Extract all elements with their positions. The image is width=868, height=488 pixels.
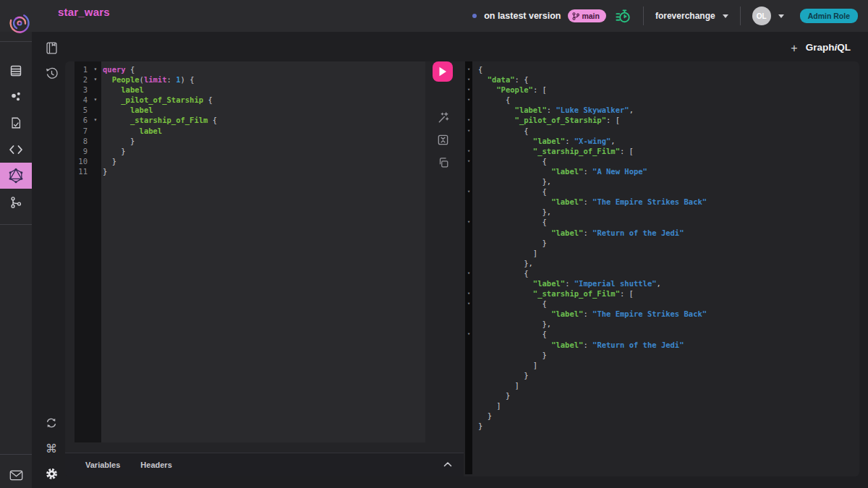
code-line: 2▾ People(limit: 1) { xyxy=(75,74,425,85)
graphql-icon xyxy=(8,168,24,184)
add-tab-button[interactable]: + xyxy=(787,41,801,56)
fold-toggle-icon[interactable]: ▾ xyxy=(90,64,101,74)
code-line: } xyxy=(465,421,859,431)
fold-spacer xyxy=(465,166,472,176)
chevron-up-icon xyxy=(443,461,452,467)
plus-icon: + xyxy=(791,42,797,55)
branch-badge: main xyxy=(568,9,606,22)
graphiql-session: 1▾query {2▾ People(limit: 1) {3 label4▾ … xyxy=(65,61,859,476)
app-header: star_wars on lastest version main xyxy=(0,0,868,32)
code-line: ▾ { xyxy=(465,95,859,105)
code-line: 8 } xyxy=(75,136,425,146)
sidebar-item-tables[interactable] xyxy=(0,58,32,84)
sidebar-divider xyxy=(0,224,32,225)
fold-toggle-icon[interactable]: ▾ xyxy=(465,268,472,278)
fold-toggle-icon[interactable]: ▾ xyxy=(465,217,472,227)
fold-toggle-icon[interactable]: ▾ xyxy=(465,64,472,74)
fold-spacer xyxy=(90,126,101,136)
fold-toggle-icon[interactable]: ▾ xyxy=(90,95,101,105)
shortcuts-button[interactable]: ⌘ xyxy=(41,438,61,458)
sidebar-item-branches[interactable] xyxy=(0,189,32,215)
git-branch-icon xyxy=(572,12,579,20)
docs-button[interactable] xyxy=(41,38,61,58)
fold-toggle-icon[interactable]: ▾ xyxy=(465,146,472,156)
code-line: ▾ { xyxy=(465,187,859,197)
refresh-schema-button[interactable] xyxy=(41,413,61,433)
avatar-caret-down-icon[interactable] xyxy=(778,14,784,18)
code-line: "label": "A New Hope" xyxy=(465,166,859,176)
code-line: "label": "Luke Skywalker", xyxy=(465,105,859,115)
code-line: 6▾ _starship_of_Film { xyxy=(75,115,425,125)
branch-badge-label: main xyxy=(582,12,600,20)
fold-toggle-icon[interactable]: ▾ xyxy=(90,115,101,125)
graphiql-logo: GraphiQL xyxy=(806,42,851,53)
code-line: ▾{ xyxy=(465,64,859,74)
fold-spacer xyxy=(465,238,472,248)
code-line: "label": "The Empire Strikes Back" xyxy=(465,197,859,207)
relations-icon xyxy=(9,90,22,103)
version-status-text: on lastest version xyxy=(484,11,561,21)
fold-toggle-icon[interactable]: ▾ xyxy=(465,299,472,309)
docs-book-icon xyxy=(45,41,59,55)
fold-spacer xyxy=(465,360,472,370)
fold-toggle-icon[interactable]: ▾ xyxy=(465,74,472,85)
fold-toggle-icon[interactable]: ▾ xyxy=(465,85,472,95)
line-number: 2 xyxy=(75,74,90,85)
code-line: 4▾ _pilot_of_Starship { xyxy=(75,95,425,105)
fold-spacer xyxy=(465,401,472,411)
fold-spacer xyxy=(90,156,101,166)
table-list-icon xyxy=(9,64,22,77)
copy-icon xyxy=(438,157,449,168)
line-number: 6 xyxy=(75,115,90,125)
org-dropdown-label[interactable]: foreverchange xyxy=(655,11,715,21)
code-line: ▾ "_starship_of_Film": [ xyxy=(465,146,859,156)
execute-query-button[interactable] xyxy=(433,61,453,82)
sidebar-item-schema[interactable] xyxy=(0,110,32,136)
tab-headers[interactable]: Headers xyxy=(140,461,171,469)
avatar[interactable]: OL xyxy=(752,7,771,25)
copy-query-button[interactable] xyxy=(437,156,449,168)
fold-spacer xyxy=(465,309,472,319)
code-line: ] xyxy=(465,248,859,258)
sidebar-item-relations[interactable] xyxy=(0,84,32,110)
sidebar-item-feedback[interactable] xyxy=(0,462,32,488)
fold-toggle-icon[interactable]: ▾ xyxy=(465,187,472,197)
code-line: }, xyxy=(465,176,859,187)
code-line: ▾ { xyxy=(465,217,859,227)
timer-icon[interactable] xyxy=(615,8,631,25)
code-line: ] xyxy=(465,380,859,390)
fold-spacer xyxy=(465,105,472,115)
header-divider xyxy=(740,7,741,25)
history-button[interactable] xyxy=(41,63,61,83)
code-line: ▾ { xyxy=(465,329,859,339)
fold-spacer xyxy=(465,411,472,421)
code-line: ▾ "People": [ xyxy=(465,85,859,95)
fold-spacer xyxy=(465,380,472,390)
fold-spacer xyxy=(465,370,472,380)
prettify-button[interactable] xyxy=(437,111,449,124)
org-caret-down-icon[interactable] xyxy=(723,14,728,18)
logo-spiral-icon[interactable] xyxy=(8,12,31,35)
fold-toggle-icon[interactable]: ▾ xyxy=(465,115,472,125)
fold-toggle-icon[interactable]: ▾ xyxy=(465,156,472,166)
shortcut-keys-icon: ⌘ xyxy=(46,442,57,455)
code-line: "label": "Imperial shuttle", xyxy=(465,278,859,288)
fold-toggle-icon[interactable]: ▾ xyxy=(90,74,101,85)
merge-fragments-button[interactable] xyxy=(437,134,449,146)
query-editor[interactable]: 1▾query {2▾ People(limit: 1) {3 label4▾ … xyxy=(75,61,425,442)
fold-toggle-icon[interactable]: ▾ xyxy=(465,329,472,339)
sidebar-item-graphql[interactable] xyxy=(0,163,32,189)
collapse-editor-tools-button[interactable] xyxy=(443,461,452,468)
response-viewer[interactable]: ▾{▾ "data": {▾ "People": [▾ { "label": "… xyxy=(465,64,859,431)
tab-variables[interactable]: Variables xyxy=(85,461,120,469)
code-line: 11} xyxy=(75,166,425,176)
fold-toggle-icon[interactable]: ▾ xyxy=(465,288,472,299)
sidebar-item-lambda-code[interactable] xyxy=(0,137,32,163)
fold-toggle-icon[interactable]: ▾ xyxy=(465,126,472,136)
code-line: ▾ "_pilot_of_Starship": [ xyxy=(465,115,859,125)
fold-toggle-icon[interactable]: ▾ xyxy=(465,95,472,105)
app-sidebar xyxy=(0,32,32,488)
line-number: 11 xyxy=(75,166,90,176)
settings-button[interactable] xyxy=(41,463,61,484)
code-line: "label": "The Empire Strikes Back" xyxy=(465,309,859,319)
